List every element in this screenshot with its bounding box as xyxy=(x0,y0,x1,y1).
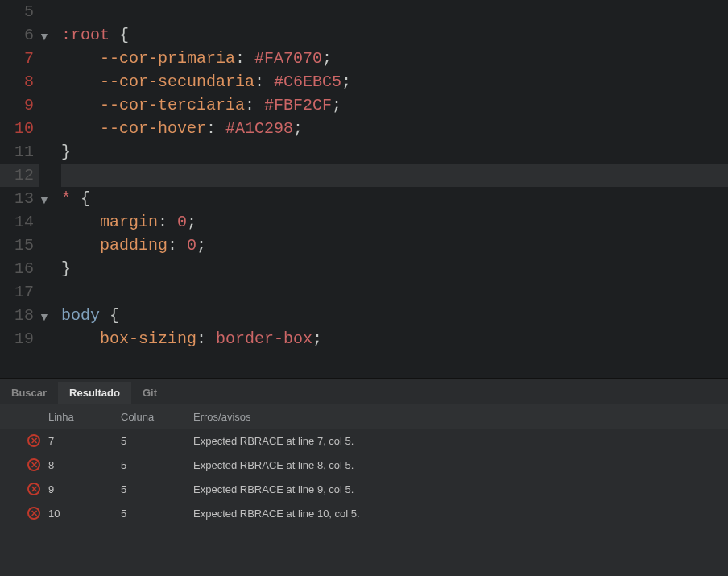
line-number[interactable]: 18 xyxy=(0,304,39,327)
code-line[interactable]: 8 --cor-secundaria: #C6EBC5; xyxy=(0,70,728,93)
cell-line: 10 xyxy=(48,508,121,520)
line-number[interactable]: 19 xyxy=(0,327,39,350)
panel-tab-resultado[interactable]: Resultado xyxy=(58,382,131,404)
header-msg: Erros/avisos xyxy=(193,411,728,423)
fold-toggle-icon xyxy=(39,93,61,117)
cell-line: 9 xyxy=(48,483,121,495)
code-line[interactable]: 10 --cor-hover: #A1C298; xyxy=(0,117,728,140)
cell-msg: Expected RBRACE at line 10, col 5. xyxy=(193,508,728,520)
line-number[interactable]: 11 xyxy=(0,140,39,164)
code-content[interactable]: body { xyxy=(61,304,728,327)
code-line[interactable]: 13▼* { xyxy=(0,187,728,210)
fold-toggle-icon[interactable]: ▼ xyxy=(39,304,61,327)
header-line: Linha xyxy=(48,411,121,423)
code-line[interactable]: 12 xyxy=(0,164,728,187)
code-content[interactable]: --cor-hover: #A1C298; xyxy=(61,117,728,140)
fold-toggle-icon xyxy=(39,164,61,187)
cell-line: 8 xyxy=(48,459,121,471)
cell-col: 5 xyxy=(121,459,193,471)
fold-toggle-icon xyxy=(39,210,61,234)
code-line[interactable]: 17 xyxy=(0,280,728,304)
cell-msg: Expected RBRACE at line 9, col 5. xyxy=(193,483,728,495)
code-line[interactable]: 9 --cor-terciaria: #FBF2CF; xyxy=(0,93,728,117)
fold-toggle-icon xyxy=(39,327,61,350)
code-content[interactable]: --cor-terciaria: #FBF2CF; xyxy=(61,93,728,117)
code-content[interactable] xyxy=(61,0,728,23)
cell-msg: Expected RBRACE at line 7, col 5. xyxy=(193,435,728,447)
fold-toggle-icon xyxy=(39,234,61,257)
line-number[interactable]: 6 xyxy=(0,23,39,47)
cell-msg: Expected RBRACE at line 8, col 5. xyxy=(193,459,728,471)
code-content[interactable]: margin: 0; xyxy=(61,210,728,234)
code-line[interactable]: 19 box-sizing: border-box; xyxy=(0,327,728,350)
code-editor[interactable]: 56▼:root {7 --cor-primaria: #FA7070;8 --… xyxy=(0,0,728,378)
code-content[interactable]: :root { xyxy=(61,23,728,47)
header-col: Coluna xyxy=(121,411,193,423)
line-number[interactable]: 10 xyxy=(0,117,39,140)
code-line[interactable]: 11} xyxy=(0,140,728,164)
results-row[interactable]: ✕75Expected RBRACE at line 7, col 5. xyxy=(0,429,728,453)
fold-toggle-icon xyxy=(39,117,61,140)
fold-toggle-icon xyxy=(39,70,61,93)
line-number[interactable]: 5 xyxy=(0,0,39,23)
code-line[interactable]: 5 xyxy=(0,0,728,23)
line-number[interactable]: 16 xyxy=(0,257,39,280)
cell-col: 5 xyxy=(121,483,193,495)
code-content[interactable]: --cor-primaria: #FA7070; xyxy=(61,47,728,70)
cell-col: 5 xyxy=(121,508,193,520)
code-line[interactable]: 14 margin: 0; xyxy=(0,210,728,234)
line-number[interactable]: 9 xyxy=(0,93,39,117)
code-content[interactable]: * { xyxy=(61,187,728,210)
code-line[interactable]: 18▼body { xyxy=(0,304,728,327)
panel-tab-bar: BuscarResultadoGit xyxy=(0,379,728,404)
code-content[interactable] xyxy=(61,280,728,304)
error-icon: ✕ xyxy=(26,434,42,448)
fold-toggle-icon[interactable]: ▼ xyxy=(39,187,61,210)
results-row[interactable]: ✕95Expected RBRACE at line 9, col 5. xyxy=(0,477,728,501)
code-content[interactable]: box-sizing: border-box; xyxy=(61,327,728,350)
panel-tab-git[interactable]: Git xyxy=(131,382,168,404)
line-number[interactable]: 8 xyxy=(0,70,39,93)
error-icon: ✕ xyxy=(26,507,42,520)
line-number[interactable]: 12 xyxy=(0,164,39,187)
code-content[interactable]: --cor-secundaria: #C6EBC5; xyxy=(61,70,728,93)
line-number[interactable]: 7 xyxy=(0,47,39,70)
panel-tab-buscar[interactable]: Buscar xyxy=(0,382,58,404)
results-row[interactable]: ✕85Expected RBRACE at line 8, col 5. xyxy=(0,453,728,477)
fold-toggle-icon[interactable]: ▼ xyxy=(39,23,61,47)
fold-toggle-icon xyxy=(39,0,61,23)
cell-line: 7 xyxy=(48,435,121,447)
code-line[interactable]: 15 padding: 0; xyxy=(0,234,728,257)
cell-col: 5 xyxy=(121,435,193,447)
code-content[interactable] xyxy=(61,164,728,187)
fold-toggle-icon xyxy=(39,47,61,70)
results-row[interactable]: ✕105Expected RBRACE at line 10, col 5. xyxy=(0,501,728,525)
error-icon: ✕ xyxy=(26,483,42,496)
line-number[interactable]: 13 xyxy=(0,187,39,210)
fold-toggle-icon xyxy=(39,257,61,280)
code-content[interactable]: } xyxy=(61,140,728,164)
results-table: Linha Coluna Erros/avisos ✕75Expected RB… xyxy=(0,404,728,576)
code-content[interactable]: } xyxy=(61,257,728,280)
line-number[interactable]: 17 xyxy=(0,280,39,304)
fold-toggle-icon xyxy=(39,140,61,164)
results-header-row: Linha Coluna Erros/avisos xyxy=(0,404,728,429)
results-panel: BuscarResultadoGit Linha Coluna Erros/av… xyxy=(0,378,728,576)
fold-toggle-icon xyxy=(39,280,61,304)
code-line[interactable]: 16} xyxy=(0,257,728,280)
line-number[interactable]: 14 xyxy=(0,210,39,234)
error-icon: ✕ xyxy=(26,458,42,472)
code-line[interactable]: 6▼:root { xyxy=(0,23,728,47)
line-number[interactable]: 15 xyxy=(0,234,39,257)
code-content[interactable]: padding: 0; xyxy=(61,234,728,257)
code-line[interactable]: 7 --cor-primaria: #FA7070; xyxy=(0,47,728,70)
